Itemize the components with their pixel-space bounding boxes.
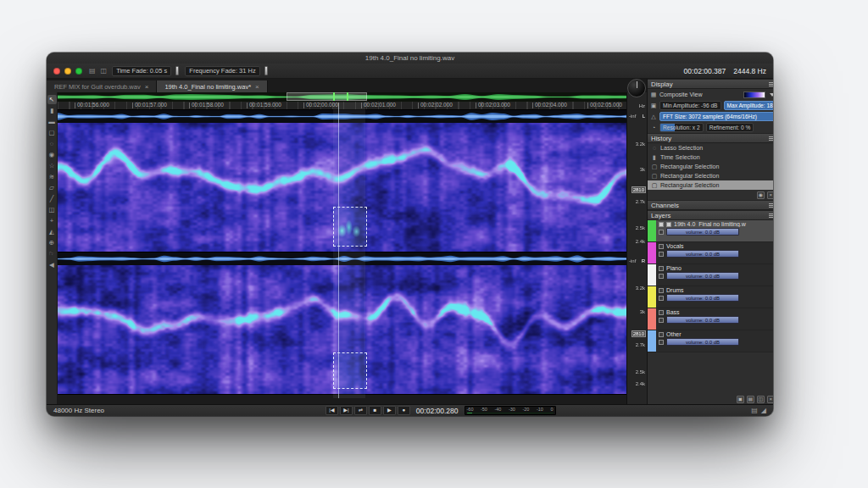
heal-tool[interactable]: +: [47, 216, 57, 225]
spectrogram-right[interactable]: [58, 265, 626, 395]
min-amplitude-field[interactable]: Min Amplitude: -96 dB: [659, 101, 721, 110]
minimize-window-button[interactable]: [64, 68, 71, 75]
waveform-strip-left[interactable]: [58, 110, 626, 123]
layer-color-swatch[interactable]: [648, 264, 656, 286]
colormap-swatch[interactable]: [743, 92, 765, 98]
loop-button[interactable]: ⇄: [354, 406, 367, 415]
snapshot-icon[interactable]: ◉: [757, 191, 765, 199]
max-amplitude-field[interactable]: Max Amplitude: 18: [724, 101, 773, 110]
tab-19th-final[interactable]: 19th 4.0_Final no limiting.wav* ×: [157, 80, 267, 92]
duplicate-layer-icon[interactable]: ◫: [757, 396, 765, 403]
time-fade-slider[interactable]: [175, 66, 179, 75]
layer-row-other[interactable]: Other volume: 0.0 dB: [648, 330, 773, 352]
delete-layer-icon[interactable]: ×: [767, 396, 773, 403]
brush-selection-tool[interactable]: ◉: [47, 150, 57, 159]
frequency-fade-field[interactable]: Frequency Fade: 31 Hz: [185, 66, 259, 76]
history-item[interactable]: ▮ Time Selection: [648, 152, 773, 162]
layer-visibility-icon[interactable]: [659, 244, 664, 249]
close-window-button[interactable]: [53, 68, 60, 75]
selection-rectangle[interactable]: [333, 352, 367, 389]
layer-row-piano[interactable]: Piano volume: 0.0 dB: [648, 264, 773, 286]
pencil-tool[interactable]: ╱: [47, 194, 57, 203]
layer-row-drums[interactable]: Drums volume: 0.0 dB: [648, 286, 773, 308]
overview-selection-end-marker[interactable]: [347, 92, 348, 101]
channels-section-header[interactable]: Channels: [648, 200, 773, 210]
layer-mute-icon[interactable]: [659, 274, 664, 279]
layer-row-vocals[interactable]: Vocals volume: 0.0 dB: [648, 242, 773, 264]
hand-tool[interactable]: ☞: [47, 249, 57, 258]
layer-link-icon[interactable]: [666, 222, 671, 227]
layer-visibility-icon[interactable]: [659, 332, 664, 337]
file-overview-bar[interactable]: [58, 92, 626, 102]
resize-grip-icon[interactable]: ◢: [761, 407, 766, 414]
layer-visibility-icon[interactable]: [659, 222, 664, 227]
frequency-ruler[interactable]: Hz -inf L 3.2k 3k 2810 2.7k 2.5k 2.4k -i…: [626, 92, 647, 404]
playback-tool[interactable]: ◀: [47, 260, 57, 269]
overview-viewport[interactable]: [287, 92, 367, 101]
shortcuts-icon[interactable]: ▤: [751, 407, 758, 414]
layer-volume-slider[interactable]: volume: 0.0 dB: [666, 272, 739, 280]
time-selection-tool[interactable]: ▮: [47, 106, 57, 115]
close-tab-icon[interactable]: ×: [145, 83, 149, 91]
layer-color-swatch[interactable]: [648, 242, 656, 263]
composite-view-label[interactable]: Composite View: [659, 92, 702, 97]
zoom-tool[interactable]: ⊕: [47, 238, 57, 247]
layer-row-bass[interactable]: Bass volume: 0.0 dB: [648, 308, 773, 330]
history-item-selected[interactable]: ▢ Rectangular Selection: [648, 180, 773, 190]
layer-visibility-icon[interactable]: [659, 310, 664, 315]
waveform-right-canvas[interactable]: [58, 252, 626, 265]
layer-volume-slider[interactable]: volume: 0.0 dB: [666, 338, 739, 346]
frequency-fade-slider[interactable]: [264, 66, 268, 75]
layer-color-swatch[interactable]: [648, 220, 656, 241]
transform-tool[interactable]: ↖: [47, 95, 57, 104]
magic-wand-tool[interactable]: ☆: [47, 161, 57, 170]
menu-icon[interactable]: [769, 214, 773, 218]
layer-volume-slider[interactable]: volume: 0.0 dB: [666, 316, 739, 324]
tab-ref-mix[interactable]: REF MIX for Guit overdub.wav ×: [47, 80, 157, 92]
display-section-header[interactable]: Display: [648, 79, 773, 89]
stop-button[interactable]: ■: [369, 406, 381, 415]
layer-color-swatch[interactable]: [648, 286, 656, 308]
layers-section-header[interactable]: Layers: [648, 210, 773, 220]
layer-mute-icon[interactable]: [659, 296, 664, 301]
time-fade-field[interactable]: Time Fade: 0.05 s: [112, 66, 171, 76]
go-to-end-button[interactable]: ▶|: [340, 406, 353, 415]
go-to-start-button[interactable]: |◀: [326, 406, 338, 415]
frequency-selection-tool[interactable]: ▬: [47, 117, 57, 126]
rectangular-selection-tool[interactable]: ▢: [47, 128, 57, 137]
layer-mute-icon[interactable]: [659, 340, 664, 345]
layer-visibility-icon[interactable]: [659, 266, 664, 271]
spectrogram-left[interactable]: [58, 123, 626, 252]
chevron-down-icon[interactable]: [770, 93, 773, 97]
display-blend-knob[interactable]: [627, 79, 646, 97]
menu-icon[interactable]: [769, 203, 773, 208]
lasso-selection-tool[interactable]: ◌: [47, 139, 57, 148]
eraser-tool[interactable]: ▱: [47, 183, 57, 192]
layer-volume-slider[interactable]: volume: 0.0 dB: [666, 228, 739, 236]
history-item[interactable]: ▢ Rectangular Selection: [648, 162, 773, 171]
fft-size-field[interactable]: FFT Size: 3072 samples (64ms/16Hz): [659, 112, 773, 121]
delete-history-icon[interactable]: ×: [767, 191, 773, 199]
menu-icon[interactable]: [769, 82, 773, 86]
play-button[interactable]: ▶: [383, 406, 396, 415]
layer-volume-slider[interactable]: volume: 0.0 dB: [666, 294, 739, 302]
history-section-header[interactable]: History: [648, 133, 773, 143]
waveform-left-canvas[interactable]: [58, 110, 626, 123]
resolution-field[interactable]: Resolution: x 2: [659, 123, 704, 132]
horizontal-scrollbar[interactable]: [58, 395, 626, 404]
record-button[interactable]: ●: [398, 406, 410, 415]
history-item[interactable]: ▢ Rectangular Selection: [648, 171, 773, 180]
layer-mute-icon[interactable]: [659, 252, 664, 257]
layer-volume-slider[interactable]: volume: 0.0 dB: [666, 250, 739, 258]
layer-mute-icon[interactable]: [659, 230, 664, 235]
layer-color-swatch[interactable]: [648, 330, 656, 352]
harmonics-selection-tool[interactable]: ≋: [47, 172, 57, 181]
waveform-strip-right[interactable]: [58, 252, 626, 265]
zoom-window-button[interactable]: [75, 68, 82, 75]
layer-color-swatch[interactable]: [648, 308, 656, 330]
panel-toggle-icon[interactable]: ▤: [89, 67, 96, 75]
overview-selection-start-marker[interactable]: [333, 92, 335, 101]
selection-rectangle[interactable]: [333, 207, 367, 247]
add-group-icon[interactable]: ▤: [747, 396, 754, 403]
close-tab-icon[interactable]: ×: [255, 83, 259, 91]
